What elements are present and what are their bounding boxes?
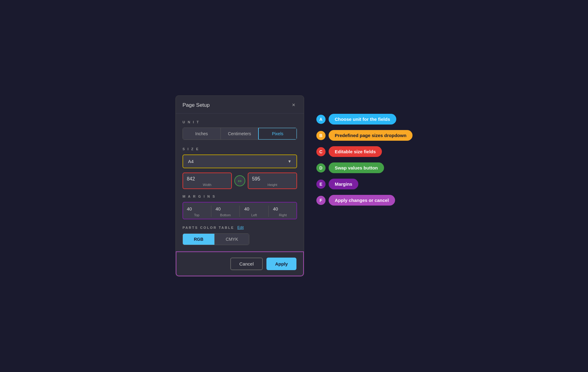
color-tab-cmyk[interactable]: CMYK bbox=[215, 234, 249, 245]
size-section: S I Z E A4 ▼ Width ⇔ Height bbox=[183, 147, 297, 189]
chevron-down-icon: ▼ bbox=[288, 159, 292, 164]
color-section-header: PARTS COLOR TABLE Edit bbox=[183, 225, 297, 230]
dialog-footer: Cancel Apply bbox=[176, 251, 304, 276]
dialog-title: Page Setup bbox=[183, 102, 210, 108]
page-setup-dialog: Page Setup × U N I T Inches Centimeters … bbox=[175, 95, 304, 277]
height-input[interactable] bbox=[252, 176, 293, 182]
annotation-badge-e: E bbox=[316, 180, 326, 189]
size-dropdown-value: A4 bbox=[188, 159, 194, 164]
close-button[interactable]: × bbox=[290, 101, 297, 109]
annotation-label-d: Swap values button bbox=[329, 162, 384, 173]
swap-icon: ⇔ bbox=[238, 178, 242, 184]
size-fields: Width ⇔ Height bbox=[183, 173, 297, 189]
size-dropdown[interactable]: A4 ▼ bbox=[183, 154, 297, 168]
margin-bottom-input[interactable] bbox=[214, 206, 237, 212]
annotation-badge-c: C bbox=[316, 147, 326, 156]
annotation-b: B Predefined page sizes dropdown bbox=[316, 130, 413, 141]
margins-section: M A R G I N S Top Bottom Left bbox=[183, 195, 297, 219]
apply-button[interactable]: Apply bbox=[266, 258, 296, 270]
annotation-badge-d: D bbox=[316, 163, 326, 173]
color-tab-rgb[interactable]: RGB bbox=[183, 234, 215, 245]
margin-top-wrap: Top bbox=[186, 206, 208, 217]
color-tabs: RGB CMYK bbox=[183, 233, 250, 245]
height-label: Height bbox=[252, 183, 293, 187]
annotation-label-a: Choose unit for the fields bbox=[329, 114, 396, 125]
margin-top-input[interactable] bbox=[186, 206, 208, 212]
color-section: PARTS COLOR TABLE Edit RGB CMYK bbox=[183, 225, 297, 245]
unit-tab-inches[interactable]: Inches bbox=[183, 128, 221, 140]
unit-section: U N I T Inches Centimeters Pixels bbox=[183, 120, 297, 140]
annotation-badge-b: B bbox=[316, 131, 326, 140]
margin-right-label: Right bbox=[272, 213, 294, 217]
margin-right-wrap: Right bbox=[272, 206, 294, 217]
annotation-badge-f: F bbox=[316, 196, 326, 205]
annotation-badge-a: A bbox=[316, 115, 326, 124]
annotation-label-c: Editable size fields bbox=[329, 146, 382, 157]
margins-section-label: M A R G I N S bbox=[183, 195, 297, 198]
swap-button[interactable]: ⇔ bbox=[234, 175, 245, 186]
width-field-wrap: Width bbox=[183, 173, 232, 189]
width-label: Width bbox=[187, 183, 228, 187]
margin-bottom-wrap: Bottom bbox=[214, 206, 237, 217]
annotation-label-f: Apply changes or cancel bbox=[329, 195, 395, 206]
margin-divider-3 bbox=[268, 206, 269, 217]
dialog-header: Page Setup × bbox=[176, 96, 304, 113]
margin-bottom-label: Bottom bbox=[214, 213, 237, 217]
cancel-button[interactable]: Cancel bbox=[230, 258, 263, 270]
margin-left-input[interactable] bbox=[243, 206, 265, 212]
annotation-f: F Apply changes or cancel bbox=[316, 195, 413, 206]
annotation-label-b: Predefined page sizes dropdown bbox=[329, 130, 413, 141]
size-section-label: S I Z E bbox=[183, 147, 297, 151]
margin-right-input[interactable] bbox=[272, 206, 294, 212]
margin-left-label: Left bbox=[243, 213, 265, 217]
annotation-e: E Margins bbox=[316, 179, 413, 189]
annotation-c: C Editable size fields bbox=[316, 146, 413, 157]
width-input[interactable] bbox=[187, 176, 228, 182]
margin-left-wrap: Left bbox=[243, 206, 265, 217]
unit-section-label: U N I T bbox=[183, 120, 297, 124]
margin-divider-1 bbox=[211, 206, 211, 217]
margin-top-label: Top bbox=[186, 213, 208, 217]
unit-tab-centimeters[interactable]: Centimeters bbox=[221, 128, 259, 140]
unit-tab-pixels[interactable]: Pixels bbox=[258, 128, 297, 140]
unit-tabs: Inches Centimeters Pixels bbox=[183, 128, 297, 140]
height-field-wrap: Height bbox=[248, 173, 297, 189]
page-container: Page Setup × U N I T Inches Centimeters … bbox=[0, 83, 588, 289]
annotation-label-e: Margins bbox=[329, 179, 359, 189]
edit-link[interactable]: Edit bbox=[237, 225, 244, 230]
color-section-label: PARTS COLOR TABLE bbox=[183, 226, 234, 229]
annotations-panel: A Choose unit for the fields B Predefine… bbox=[316, 95, 413, 206]
margins-fields: Top Bottom Left Right bbox=[183, 202, 297, 219]
annotation-a: A Choose unit for the fields bbox=[316, 114, 413, 125]
annotation-d: D Swap values button bbox=[316, 162, 413, 173]
margin-divider-2 bbox=[239, 206, 240, 217]
dialog-body: U N I T Inches Centimeters Pixels S I Z … bbox=[176, 113, 304, 245]
